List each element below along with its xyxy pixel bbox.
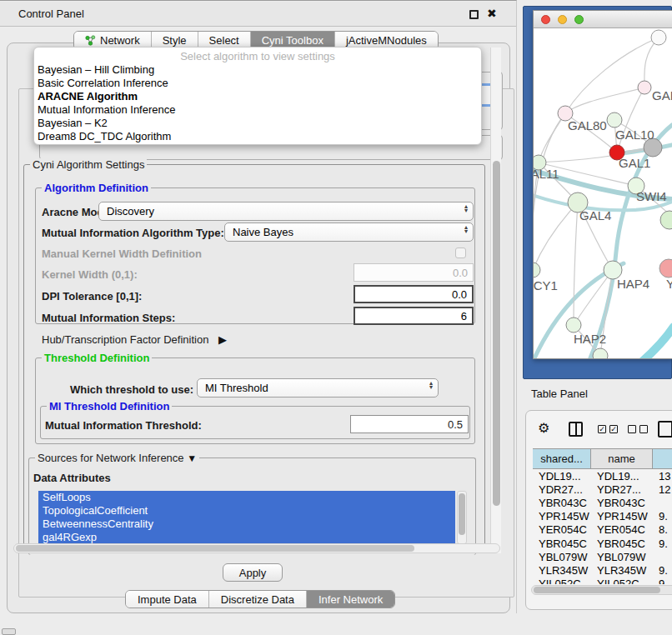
close-icon[interactable]: ✖ (487, 7, 497, 20)
aracne-mode-select[interactable]: Discovery ▴▾ (98, 202, 474, 221)
network-edge[interactable] (574, 270, 613, 325)
network-node[interactable] (660, 211, 672, 229)
attribute-item[interactable]: BetweennessCentrality (38, 518, 455, 531)
table-cell: 8. (653, 523, 672, 536)
which-threshold-select[interactable]: MI Threshold ▴▾ (197, 378, 439, 398)
network-edge[interactable] (534, 202, 578, 270)
table-cell: YLR345W (533, 564, 591, 577)
GAL-network-node[interactable] (638, 81, 651, 94)
dropdown-item[interactable]: ARACNE Algorithm (34, 90, 481, 103)
tab-discretize-data[interactable]: Discretize Data (209, 591, 307, 608)
column-header[interactable] (653, 449, 672, 468)
table-row[interactable]: YDL19...YDL19...13 (533, 469, 672, 482)
table-row[interactable]: YPR145WYPR145W9. (533, 510, 672, 523)
mi-threshold-input[interactable]: 0.5 (350, 415, 469, 433)
dropdown-item[interactable]: Bayesian – K2 (34, 117, 481, 130)
network-edge[interactable] (565, 88, 644, 113)
dropdown-item-list: Bayesian – Hill ClimbingBasic Correlatio… (34, 63, 481, 143)
tab-impute-data[interactable]: Impute Data (126, 591, 209, 608)
manual-kernel-checkbox[interactable] (455, 248, 466, 258)
deselect-all-checkbox-icon[interactable] (628, 425, 636, 433)
collapsed-corner-button[interactable] (2, 628, 16, 635)
tab-label: Select (209, 34, 239, 47)
select-all-checkbox-icon[interactable]: ✓ (609, 425, 618, 433)
aracne-mode-value: Discovery (107, 205, 154, 218)
zoom-traffic-light-icon[interactable] (574, 15, 584, 24)
network-node-label: GAL4 (579, 208, 611, 222)
minimize-traffic-light-icon[interactable] (558, 15, 567, 24)
deselect-all-checkbox-icon[interactable] (639, 425, 648, 433)
table-panel: ⚙ ✓ ✓ shared...name YDL19...YDL19...13YD… (525, 410, 672, 610)
attribute-item[interactable]: SelfLoops (38, 491, 455, 504)
apply-button[interactable]: Apply (223, 563, 283, 582)
gear-icon[interactable]: ⚙ (538, 420, 549, 436)
network-node-label: HAP2 (574, 332, 606, 346)
network-window[interactable]: GALGAL80GAL10GAL1GAL11SWI4GAL4GCY1HAP4YH… (533, 10, 672, 359)
mi-algorithm-type-select[interactable]: Naive Bayes ▴▾ (224, 222, 474, 242)
network-edge[interactable] (539, 113, 565, 162)
column-header[interactable]: shared... (533, 449, 591, 468)
scrollbar-thumb[interactable] (16, 545, 414, 552)
application-window: Control Panel ✖ NetworkStyleSelectCyni T… (0, 0, 672, 635)
close-traffic-light-icon[interactable] (541, 15, 550, 24)
combo-stepper-icon: ▴▾ (464, 225, 468, 233)
table-cell: YBR045C (533, 538, 591, 550)
hub-definition-toggle[interactable]: Hub/Transcription Factor Definition ▶ (42, 333, 227, 346)
dropdown-item[interactable]: Dream8 DC_TDC Algorithm (34, 130, 481, 143)
scrollbar-thumb[interactable] (459, 493, 465, 535)
select-all-checkbox-icon[interactable]: ✓ (598, 425, 606, 433)
network-edge[interactable] (642, 327, 672, 358)
dpi-tolerance-input[interactable]: 0.0 (354, 285, 474, 303)
attribute-item[interactable]: gal4RGexp (38, 531, 455, 544)
document-icon[interactable] (658, 421, 672, 438)
network-view-frame: GALGAL80GAL10GAL1GAL11SWI4GAL4GCY1HAP4YH… (523, 6, 672, 379)
dropdown-item[interactable]: Basic Correlation Inference (34, 77, 481, 90)
scrollbar-thumb[interactable] (534, 587, 660, 593)
network-window-titlebar (534, 11, 672, 28)
scrollbar-thumb[interactable] (493, 161, 500, 506)
network-edge[interactable] (534, 113, 565, 270)
settings-horizontal-scrollbar[interactable] (13, 543, 500, 553)
chevron-down-icon: ▼ (187, 452, 197, 464)
table-row[interactable]: YBR045CYBR045C9. (533, 537, 672, 550)
table-row[interactable]: YDR27...YDR27...12 (533, 482, 672, 496)
table-row[interactable]: YBL079WYBL079W (533, 550, 672, 563)
table-cell: YBL079W (533, 551, 591, 563)
dropdown-item[interactable]: Bayesian – Hill Climbing (34, 63, 481, 77)
network-edge[interactable] (574, 202, 578, 325)
column-header[interactable]: name (591, 449, 653, 468)
network-graph[interactable]: GALGAL80GAL10GAL1GAL11SWI4GAL4GCY1HAP4YH… (534, 28, 672, 358)
attributes-scrollbar[interactable] (457, 491, 467, 544)
kernel-width-input: 0.0 (354, 263, 474, 282)
HAP2-network-node[interactable] (566, 318, 581, 332)
column-layout-icon[interactable] (569, 422, 583, 437)
mi-steps-input[interactable]: 6 (354, 307, 474, 325)
network-canvas[interactable]: GALGAL80GAL10GAL1GAL11SWI4GAL4GCY1HAP4YH… (534, 28, 672, 358)
network-node-label: GAL11 (534, 167, 559, 181)
GCY1-network-node[interactable] (534, 262, 540, 278)
tab-infer-network[interactable]: Infer Network (307, 591, 394, 608)
table-header-row: shared...name (533, 448, 672, 469)
table-cell: YDL19... (591, 470, 653, 482)
table-row[interactable]: YLR345WYLR345W9. (533, 563, 672, 577)
dropdown-item[interactable]: Mutual Information Inference (34, 103, 481, 117)
table-horizontal-scrollbar[interactable] (531, 585, 672, 595)
table-toolbar: ⚙ ✓ ✓ (526, 419, 672, 442)
GAL10-network-node[interactable] (607, 112, 622, 128)
settings-vertical-scrollbar[interactable] (490, 48, 501, 553)
table-row[interactable]: YIL052CYIL052C9. (533, 578, 672, 585)
kernel-width-value: 0.0 (453, 267, 468, 279)
Y-network-node[interactable] (659, 259, 672, 278)
table-cell: YER054C (533, 523, 591, 536)
table-cell: 9. (653, 564, 672, 577)
network-node[interactable] (651, 30, 666, 45)
sources-toggle[interactable]: Sources for Network Inference ▼ (35, 452, 199, 464)
table-row[interactable]: YER054CYER054C8. (533, 523, 672, 537)
table-row[interactable]: YBR043CYBR043C (533, 496, 672, 509)
network-node-label: Y (666, 277, 672, 291)
chevron-right-icon: ▶ (218, 333, 227, 346)
data-attributes-list[interactable]: SelfLoopsTopologicalCoefficientBetweenne… (38, 491, 455, 544)
attribute-item[interactable]: TopologicalCoefficient (38, 504, 455, 518)
sources-title: Sources for Network Inference (38, 452, 184, 464)
float-window-icon[interactable] (469, 10, 479, 19)
